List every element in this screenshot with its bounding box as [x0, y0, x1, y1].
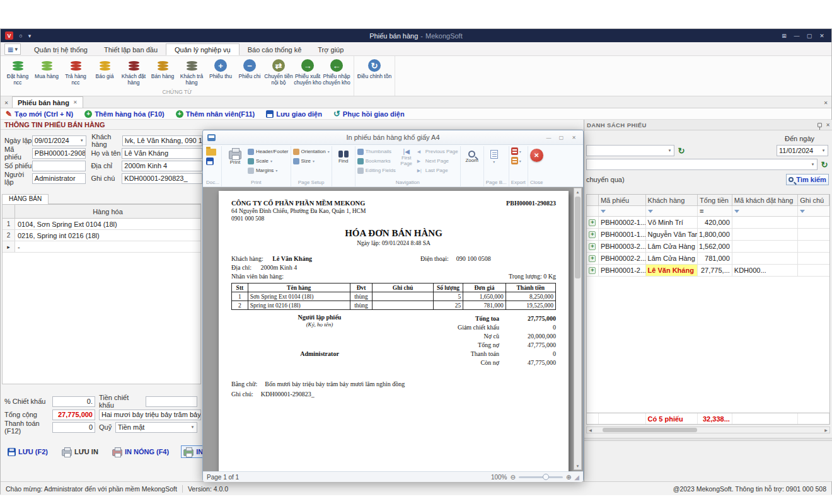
thanh-toan-input[interactable]: 0 [52, 422, 95, 433]
ghi-chu-input[interactable]: KDH00001-290823_ [122, 173, 202, 184]
column-header-hang-hoa[interactable]: Hàng hóa [15, 205, 200, 218]
expand-row-icon[interactable]: + [589, 243, 596, 250]
ribbon-item-phieu-chi[interactable]: −Phiếu chi [235, 57, 264, 80]
ribbon-item-dat-hang-ncc[interactable]: Đặt hàng ncc [3, 57, 32, 86]
ribbon-item-khach-dat-hang[interactable]: Khách đặt hàng [119, 57, 148, 86]
size-button[interactable]: Size [293, 157, 330, 165]
chiet-khau-input[interactable]: 0. [52, 396, 95, 407]
khach-hang-input[interactable]: lvk, Lê Văn Kháng, 090 10 [122, 135, 202, 146]
save-print-button[interactable]: LƯU IN [60, 446, 100, 457]
ribbon-item-mua-hang[interactable]: Mua hàng [32, 57, 61, 80]
header-footer-button[interactable]: Header/Footer [248, 147, 289, 156]
minimize-icon[interactable] [791, 31, 802, 40]
quy-select[interactable]: Tiền mặt [115, 422, 197, 433]
grid-new-row[interactable]: - [3, 241, 200, 253]
scroll-right-icon[interactable] [823, 428, 829, 432]
tien-chiet-khau-input[interactable] [146, 396, 197, 407]
export-pdf-button[interactable] [511, 147, 521, 155]
find-button[interactable]: Find [334, 147, 353, 164]
menu-tab-tro-giup[interactable]: Trợ giúp [309, 43, 352, 55]
tab-hang-ban[interactable]: HÀNG BÁN [2, 194, 49, 204]
refresh-icon[interactable] [820, 159, 829, 169]
close-tab-icon[interactable] [73, 100, 78, 105]
maximize-icon[interactable] [804, 31, 815, 40]
table-row[interactable]: + PBH00001-1... Nguyễn Văn Tam 1,800,000 [587, 229, 829, 241]
add-product-button[interactable]: +Thêm hàng hóa (F10) [84, 110, 165, 118]
quick-print-button[interactable]: IN NÓNG (F4) [110, 446, 171, 457]
dialog-minimize-icon[interactable] [543, 133, 554, 142]
ribbon-item-phieu-xuat-chuyen-kho[interactable]: →Phiếu xuất chuyển kho [293, 57, 322, 86]
add-employee-button[interactable]: +Thêm nhân viên(F11) [176, 110, 255, 118]
save-document-icon[interactable] [206, 158, 214, 165]
dialog-titlebar[interactable]: In phiếu bán hàng khổ giấy A4 [203, 130, 583, 145]
margins-button[interactable]: Margins [248, 166, 289, 175]
so-phieu-input[interactable] [32, 161, 86, 171]
customer-filter-combo[interactable] [586, 159, 818, 170]
first-page-button[interactable]: First Page [397, 147, 416, 167]
menu-tab-quan-ly-nghiep-vu[interactable]: Quản lý nghiệp vụ [166, 43, 240, 55]
print-button[interactable]: Print [224, 147, 246, 166]
chevron-down-icon[interactable] [189, 423, 196, 432]
ribbon-item-chuyen-tien-noi-bo[interactable]: ⇄Chuyển tiền nội bộ [264, 57, 293, 86]
zoom-button[interactable]: Zoom [463, 147, 482, 164]
ho-va-ten-input[interactable]: Lê Văn Kháng [122, 148, 202, 159]
grid-row[interactable]: 1 0104, Sơn Spring Ext 0104 (18l) [3, 219, 200, 230]
expand-row-icon[interactable]: + [589, 255, 596, 262]
column-header-ma-phieu[interactable]: Mã phiếu [599, 195, 646, 205]
scale-button[interactable]: Scale [248, 157, 289, 165]
previous-page-button[interactable]: Previous Page [417, 147, 458, 156]
scroll-left-icon[interactable] [587, 428, 594, 432]
chevron-down-icon[interactable] [78, 137, 85, 145]
ribbon-item-phieu-nhap-chuyen-kho[interactable]: ←Phiếu nhập chuyển kho [322, 57, 351, 86]
den-ngay-input[interactable]: 11/01/2024 [777, 145, 828, 156]
ribbon-item-khach-tra-hang[interactable]: Khách trả hàng [177, 57, 206, 86]
close-all-tabs-icon[interactable] [1, 98, 12, 108]
save-layout-button[interactable]: Lưu giao diện [266, 110, 322, 118]
close-panel-icon[interactable] [826, 122, 830, 128]
ribbon-item-dieu-chinh-ton[interactable]: ↻Điều chỉnh tồn [357, 57, 392, 80]
scrollbar-thumb[interactable] [603, 428, 697, 432]
table-row[interactable]: + PBH00002-2... Lâm Cửa Hàng 781,000 [587, 253, 829, 265]
open-document-icon[interactable] [206, 149, 216, 156]
column-header-khach-hang[interactable]: Khách hàng [646, 195, 698, 205]
horizontal-scrollbar[interactable] [586, 427, 830, 433]
pin-icon[interactable] [818, 123, 822, 127]
close-icon[interactable] [816, 31, 828, 40]
zoom-slider[interactable] [519, 476, 563, 478]
column-header-ma-khach-dat-hang[interactable]: Mã khách đặt hàng [732, 195, 798, 205]
thumbnails-button[interactable]: Thumbnails [357, 147, 396, 156]
menu-tab-thiet-lap-ban-dau[interactable]: Thiết lập ban đầu [96, 43, 166, 55]
quick-access-button[interactable]: ○ [16, 33, 25, 39]
chevron-down-icon[interactable] [666, 146, 673, 155]
layout-toggle-icon[interactable] [778, 31, 790, 40]
table-row-selected[interactable]: + PBH00001-2... Lê Văn Kháng 27,775,... … [587, 265, 829, 277]
ribbon-item-bao-gia[interactable]: Báo giá [90, 57, 119, 80]
table-row[interactable]: + PBH00003-2... Lâm Cửa Hàng 1,562,000 [587, 241, 829, 253]
orientation-button[interactable]: Orientation [293, 147, 330, 156]
dia-chi-input[interactable]: 2000m Kinh 4 [122, 161, 202, 171]
search-button[interactable]: Tìm kiếm [786, 174, 829, 185]
panel-splitter[interactable] [584, 438, 832, 441]
save-button[interactable]: LƯU (F2) [6, 447, 50, 457]
last-page-button[interactable]: Last Page [417, 166, 458, 175]
new-record-button[interactable]: Tạo mới (Ctrl + N) [6, 110, 73, 118]
restore-layout-button[interactable]: Phục hồi giao diện [333, 109, 405, 118]
ribbon-item-phieu-thu[interactable]: +Phiếu thu [206, 57, 235, 80]
expand-row-icon[interactable]: + [589, 231, 596, 238]
export-file-button[interactable] [511, 157, 521, 164]
zoom-out-icon[interactable] [511, 474, 516, 481]
column-header-tong-tien[interactable]: Tổng tiền [698, 195, 732, 205]
scrollbar-thumb[interactable] [575, 197, 581, 278]
vertical-scrollbar[interactable]: ▲ ▼ [574, 188, 582, 470]
refresh-icon[interactable] [677, 146, 686, 156]
scroll-up-icon[interactable]: ▲ [576, 188, 580, 195]
bookmarks-button[interactable]: Bookmarks [357, 157, 396, 165]
layout-grid-button[interactable] [4, 43, 21, 55]
expand-row-icon[interactable]: + [589, 219, 596, 226]
ma-phieu-input[interactable]: PBH00001-290823 [32, 148, 86, 159]
editing-fields-button[interactable]: Editing Fields [357, 166, 396, 175]
ribbon-item-tra-hang-ncc[interactable]: Trả hàng ncc [61, 57, 90, 86]
column-header-ghi-chu[interactable]: Ghi chú [798, 195, 829, 205]
zoom-slider-thumb[interactable] [543, 474, 549, 480]
dialog-close-icon[interactable] [569, 133, 579, 142]
